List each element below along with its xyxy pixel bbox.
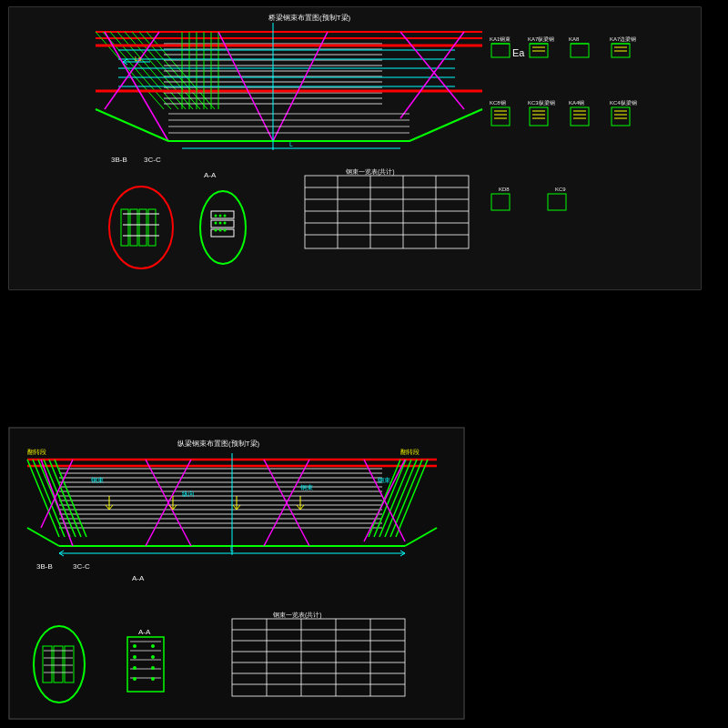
- cad-canvas: [0, 0, 728, 728]
- drawing-container: [0, 0, 728, 728]
